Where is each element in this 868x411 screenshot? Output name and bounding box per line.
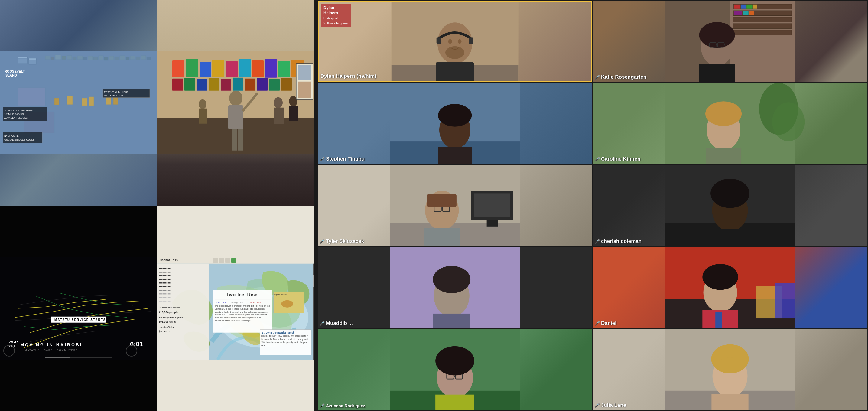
- caroline-mic-icon: 🎤: [595, 157, 600, 162]
- azucena-mic-icon: 🎤: [319, 404, 325, 408]
- svg-point-67: [229, 91, 243, 106]
- svg-text:Habitat Loss: Habitat Loss: [160, 258, 178, 262]
- svg-rect-243: [435, 395, 474, 410]
- tyler-name: Tyler Skluzacek: [326, 238, 364, 244]
- participant-tile-julia[interactable]: 🎤 Julia Lane: [593, 329, 867, 410]
- svg-rect-24: [147, 57, 151, 60]
- city-map-bg: ROOSEVELT ISLAND SCENARIO 3 CATCHMENT: 1…: [0, 0, 157, 206]
- habitat-cell: Habitat Loss ■■■■■■■■■■ ■■■■■■■■■■ ■■■■■…: [157, 206, 314, 411]
- svg-text:■■■■■■■■■■: ■■■■■■■■■■: [159, 267, 172, 269]
- katie-name: Katie Rosengarten: [601, 74, 646, 80]
- city-map-cell: ROOSEVELT ISLAND SCENARIO 3 CATCHMENT: 1…: [0, 0, 157, 206]
- svg-rect-25: [82, 98, 87, 106]
- svg-rect-64: [257, 78, 268, 91]
- svg-text:■■■■■■■■■■: ■■■■■■■■■■: [159, 282, 172, 284]
- speaker-badge-dylan: DylanHalpernParticipantSoftware Engineer: [321, 4, 351, 27]
- participant-tile-daniel[interactable]: 🎤 Daniel: [593, 247, 867, 328]
- svg-text:MATATUS · CARS · COMMUTERS: MATATUS · CARS · COMMUTERS: [25, 348, 78, 351]
- svg-rect-59: [196, 79, 207, 91]
- cherish-name-row: 🎤 cherish coleman: [595, 238, 642, 244]
- nairobi-bg: MATATU SERVICE STARTS MOVING IN NAIROBI …: [0, 206, 157, 411]
- svg-rect-222: [711, 229, 749, 246]
- svg-text:worst: 2050: worst: 2050: [250, 301, 262, 303]
- svg-rect-130: [213, 258, 218, 263]
- svg-text:MATATU SERVICE STARTS: MATATU SERVICE STARTS: [55, 318, 106, 321]
- svg-rect-73: [274, 108, 284, 124]
- svg-rect-10: [72, 57, 76, 60]
- participant-tile-azucena[interactable]: 🎤 Azucena Rodriguez: [318, 329, 592, 410]
- daniel-name: Daniel: [601, 320, 616, 326]
- participant-tile-katie[interactable]: 🎤 Katie Rosengarten: [593, 1, 867, 82]
- julia-name: Julia Lane: [601, 402, 626, 408]
- svg-rect-212: [487, 220, 498, 227]
- svg-rect-2: [18, 57, 27, 58]
- azucena-video: [318, 329, 592, 410]
- svg-rect-178: [733, 10, 792, 16]
- cherish-mic-icon: 🎤: [595, 239, 600, 244]
- cherish-video: [593, 165, 867, 246]
- muaddib-video: [318, 247, 592, 328]
- svg-text:■■■■■■■■■■: ■■■■■■■■■■: [159, 278, 172, 280]
- julia-name-row: 🎤 Julia Lane: [595, 402, 626, 408]
- svg-rect-26: [89, 97, 94, 106]
- svg-rect-183: [741, 4, 746, 9]
- svg-rect-9: [67, 56, 72, 60]
- svg-rect-60: [209, 78, 219, 91]
- svg-rect-17: [109, 56, 114, 60]
- participant-tile-dylan[interactable]: DylanHalpernParticipantSoftware Engineer…: [318, 1, 592, 82]
- exhibit-bg: [157, 0, 314, 206]
- participant-tile-cherish[interactable]: 🎤 cherish coleman: [593, 165, 867, 246]
- svg-text:SCENARIO 3 CATCHMENT:: SCENARIO 3 CATCHMENT:: [4, 109, 35, 112]
- svg-rect-5: [45, 56, 50, 60]
- svg-rect-190: [699, 64, 735, 82]
- svg-rect-132: [225, 258, 230, 263]
- participant-tile-caroline[interactable]: 🎤 Caroline Kinnen: [593, 83, 867, 164]
- svg-text:■■■■■■■■■■: ■■■■■■■■■■: [159, 300, 172, 302]
- svg-rect-229: [433, 314, 470, 328]
- svg-point-172: [448, 39, 452, 44]
- svg-rect-169: [436, 62, 474, 81]
- azucena-name-row: 🎤 Azucena Rodriguez: [319, 404, 365, 408]
- svg-text:■■■■■■■■■■: ■■■■■■■■■■: [159, 292, 172, 295]
- dylan-name: Dylan Halpern (he/him): [320, 73, 376, 79]
- svg-rect-55: [278, 61, 290, 78]
- svg-rect-61: [221, 79, 231, 91]
- svg-point-76: [198, 99, 207, 109]
- svg-rect-57: [172, 79, 183, 91]
- svg-text:Piping plover: Piping plover: [274, 293, 287, 296]
- svg-text:Housing Value: Housing Value: [159, 325, 175, 328]
- svg-rect-20: [126, 57, 129, 60]
- svg-text:ADJACENT BLOCKS: ADJACENT BLOCKS: [4, 116, 28, 119]
- svg-text:QUEENSBRIDGE HOUSES: QUEENSBRIDGE HOUSES: [4, 139, 34, 141]
- participant-tile-muaddib[interactable]: 🎤 Muaddib ...: [318, 247, 592, 328]
- stephen-video: [318, 83, 592, 164]
- svg-rect-75: [289, 106, 298, 121]
- svg-point-239: [702, 264, 738, 290]
- svg-text:■■■■■■■■■■: ■■■■■■■■■■: [159, 271, 172, 273]
- svg-text:from: 2000: from: 2000: [216, 301, 226, 303]
- svg-text:Population Exposed: Population Exposed: [159, 306, 181, 309]
- svg-rect-14: [93, 57, 98, 60]
- stephen-mic-icon: 🎤: [319, 157, 325, 162]
- svg-rect-54: [265, 59, 277, 78]
- nairobi-svg: MATATU SERVICE STARTS MOVING IN NAIROBI …: [0, 206, 157, 411]
- svg-text:■■■■■■■■■■: ■■■■■■■■■■: [159, 285, 172, 287]
- svg-rect-133: [231, 258, 236, 263]
- participant-tile-stephen[interactable]: 🎤 Stephen Tinubu: [318, 83, 592, 164]
- svg-rect-62: [233, 78, 243, 91]
- caroline-video: [593, 83, 867, 164]
- svg-rect-211: [474, 194, 510, 217]
- participant-tile-tyler[interactable]: 🎤 Tyler Skluzacek: [318, 165, 592, 246]
- julia-video: [593, 329, 867, 410]
- svg-rect-65: [269, 79, 280, 91]
- exhibit-cell: [157, 0, 314, 206]
- svg-rect-53: [252, 60, 264, 78]
- svg-text:6:01: 6:01: [130, 340, 143, 348]
- svg-rect-15: [99, 56, 103, 60]
- svg-text:MOVING IN NAIROBI: MOVING IN NAIROBI: [20, 342, 83, 347]
- svg-text:■■■■■■■■■■: ■■■■■■■■■■: [159, 296, 172, 298]
- svg-text:Housing Units Exposed: Housing Units Exposed: [159, 316, 184, 319]
- nairobi-cell: MATATU SERVICE STARTS MOVING IN NAIROBI …: [0, 206, 157, 411]
- svg-rect-22: [136, 57, 140, 60]
- svg-rect-51: [225, 61, 238, 78]
